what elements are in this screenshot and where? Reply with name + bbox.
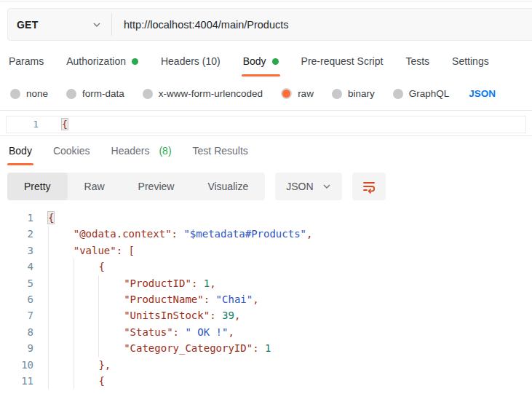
tab-body[interactable]: Body xyxy=(243,55,279,76)
line-number: 11 xyxy=(0,373,33,389)
chevron-down-icon xyxy=(92,20,101,29)
view-visualize[interactable]: Visualize xyxy=(191,173,265,200)
green-dot-icon xyxy=(272,58,279,65)
request-tabs: Params Authorization Headers (10) Body P… xyxy=(0,55,532,76)
code-line: 8 "Status": " OK !", xyxy=(0,324,532,340)
response-body-json[interactable]: 1{2 "@odata.context": "$metadata#Product… xyxy=(0,200,532,389)
line-number: 4 xyxy=(0,259,33,275)
tab-headers[interactable]: Headers (10) xyxy=(161,55,221,76)
view-switcher: Pretty Raw Preview Visualize xyxy=(7,173,265,200)
code-text: { xyxy=(33,210,54,226)
response-tab-headers[interactable]: Headers(8) xyxy=(111,145,172,165)
code-line: 11 { xyxy=(0,373,532,389)
radio-icon xyxy=(332,89,342,99)
code-line: 1{ xyxy=(0,210,532,226)
top-divider xyxy=(0,0,532,1)
radio-icon xyxy=(66,89,76,99)
code-text: "ProductName": "Chai", xyxy=(33,291,259,307)
code-text: }, xyxy=(33,357,111,373)
line-number: 8 xyxy=(0,324,33,340)
code-text: "ProductID": 1, xyxy=(33,275,216,291)
code-line: 2 "@odata.context": "$metadata#Products"… xyxy=(0,226,532,242)
radio-icon xyxy=(393,89,403,99)
code-text: { xyxy=(33,259,105,275)
chevron-down-icon xyxy=(322,182,331,191)
radio-icon xyxy=(143,89,153,99)
wrap-lines-icon xyxy=(362,179,376,194)
line-number: 3 xyxy=(0,243,33,259)
radio-x-www-form-urlencoded[interactable]: x-www-form-urlencoded xyxy=(143,88,263,99)
format-dropdown[interactable]: JSON xyxy=(275,173,341,200)
code-text: { xyxy=(33,373,105,389)
response-tabs: Body Cookies Headers(8) Test Results xyxy=(0,136,532,165)
tab-tests[interactable]: Tests xyxy=(405,55,429,76)
response-tab-cookies[interactable]: Cookies xyxy=(53,145,90,165)
code-line: 4 { xyxy=(0,259,532,275)
radio-raw[interactable]: raw xyxy=(281,88,314,99)
code-line: 7 "UnitsInStock": 39, xyxy=(0,307,532,323)
tab-params[interactable]: Params xyxy=(9,55,44,76)
code-text: "value": [ xyxy=(33,243,135,259)
tab-settings[interactable]: Settings xyxy=(452,55,489,76)
response-toolbar: Pretty Raw Preview Visualize JSON xyxy=(0,165,532,200)
line-number: 6 xyxy=(0,291,33,307)
tab-pre-request-script[interactable]: Pre-request Script xyxy=(301,55,384,76)
radio-form-data[interactable]: form-data xyxy=(66,88,124,99)
radio-none[interactable]: none xyxy=(10,88,48,99)
code-text: "Category_CategoryID": 1 xyxy=(33,340,271,356)
code-line: 3 "value": [ xyxy=(0,243,532,259)
view-raw[interactable]: Raw xyxy=(68,173,122,200)
tab-authorization[interactable]: Authorization xyxy=(66,55,138,76)
line-number: 1 xyxy=(7,117,39,133)
view-pretty[interactable]: Pretty xyxy=(7,173,68,200)
code-text: "@odata.context": "$metadata#Products", xyxy=(33,226,312,242)
code-line: 6 "ProductName": "Chai", xyxy=(0,291,532,307)
wrap-lines-button[interactable] xyxy=(352,173,386,200)
response-tab-body[interactable]: Body xyxy=(9,145,32,165)
code-line: 5 "ProductID": 1, xyxy=(0,275,532,291)
green-dot-icon xyxy=(132,58,138,65)
code-line: 1{ xyxy=(7,117,525,133)
view-preview[interactable]: Preview xyxy=(122,173,191,200)
divider xyxy=(0,110,532,111)
line-number: 5 xyxy=(0,275,33,291)
radio-icon xyxy=(10,89,20,99)
code-text: "UnitsInStock": 39, xyxy=(33,307,240,323)
code-line: 9 "Category_CategoryID": 1 xyxy=(0,340,532,356)
request-body-editor[interactable]: 1{ xyxy=(6,116,526,133)
url-input[interactable]: http://localhost:4004/main/Products xyxy=(112,9,532,40)
headers-count-badge: (8) xyxy=(159,145,171,157)
code-line: 10 }, xyxy=(0,357,532,373)
body-type-row: none form-data x-www-form-urlencoded raw… xyxy=(0,76,532,110)
code-text: { xyxy=(39,117,68,133)
line-number: 1 xyxy=(0,210,33,226)
line-number: 7 xyxy=(0,307,33,323)
radio-selected-icon xyxy=(281,88,292,99)
raw-language-selector[interactable]: JSON xyxy=(469,88,496,99)
method-dropdown[interactable]: GET xyxy=(8,9,111,40)
code-text: "Status": " OK !", xyxy=(33,324,234,340)
response-tab-test-results[interactable]: Test Results xyxy=(193,145,248,165)
line-number: 9 xyxy=(0,340,33,356)
radio-graphql[interactable]: GraphQL xyxy=(393,88,450,99)
method-label: GET xyxy=(17,19,38,31)
postman-request-view: GET http://localhost:4004/main/Products … xyxy=(0,0,532,394)
line-number: 10 xyxy=(0,357,33,373)
line-number: 2 xyxy=(0,226,33,242)
radio-binary[interactable]: binary xyxy=(332,88,375,99)
url-bar: GET http://localhost:4004/main/Products xyxy=(7,8,532,41)
